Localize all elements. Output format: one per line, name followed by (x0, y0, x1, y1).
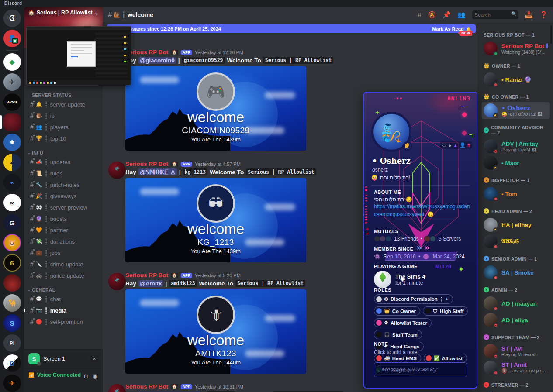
activity-bars-icon[interactable]: ılı (84, 373, 88, 379)
new-messages-bar[interactable]: New messages since 12:26 PM on April 25,… (107, 24, 476, 33)
presence-dnd-icon (493, 354, 498, 359)
note-placeholder[interactable]: Click to add a note (374, 349, 470, 355)
channel-server-updete[interactable]: # 🔔 ┋server-updete (28, 99, 99, 110)
member-row[interactable]: Serious RP Bot APP Watching [1438] (5/48… (482, 40, 550, 57)
channel-media[interactable]: # 📷 ┋media (28, 305, 99, 316)
user-mention[interactable]: @Amitk (138, 280, 163, 287)
author-name[interactable]: Serious RP Bot (125, 161, 168, 167)
server-serious-rp[interactable] (3, 113, 21, 131)
channel-players[interactable]: # 👥 ┋players (28, 121, 99, 133)
channel-boosts[interactable]: # 🔮 ┋boosts (28, 213, 99, 224)
role-emoji: ✅ (434, 355, 440, 361)
member-row[interactable]: • Ramzi 🔮 (482, 71, 550, 88)
role-pill[interactable]: ⚙ Discord Permission ⋮ + (374, 294, 453, 304)
channel-partner[interactable]: # 🧡 ┋partner (28, 224, 99, 236)
bot-tag-emoji: 🏠 (171, 384, 178, 389)
channel-crime-update[interactable]: # 🔪 ┋crime-update (28, 258, 99, 270)
server-infinity[interactable]: ∞ (3, 194, 21, 211)
channel-donations[interactable]: # 💸 ┋donations (28, 236, 99, 247)
server-desert-photo[interactable]: 🐪 (3, 294, 21, 312)
channel-patch-notes[interactable]: # 🔧 ┋patch-notes (28, 179, 99, 190)
author-name[interactable]: Serious RP Bot (125, 49, 168, 55)
category-general[interactable]: ⌄GENERAL (28, 287, 99, 292)
bot-avatar[interactable] (108, 273, 126, 290)
member-row[interactable]: • Maor (482, 155, 550, 171)
member-row[interactable]: • Tom (482, 186, 550, 202)
member-row[interactable]: AD | eliya (482, 312, 550, 328)
server-d-badge[interactable]: D (3, 354, 21, 372)
member-row[interactable]: 𝔄𝔩𝔐𝔬𝔊 (482, 233, 550, 250)
bot-avatar[interactable] (108, 384, 126, 392)
channel-emoji: 📣 (36, 159, 42, 165)
role-pill[interactable]: 👑 Co Owner (374, 306, 420, 316)
server-black-jet[interactable]: ✈ (3, 375, 21, 392)
member-row[interactable]: ST | Amit 🔞 ...יד שלנו זה לארגן את הפגיש… (482, 359, 550, 376)
channel-ip[interactable]: # 🐌 ┋ip (28, 110, 99, 121)
category-info[interactable]: ⌄INFO (28, 150, 99, 155)
channel-self-promtion[interactable]: # 🔴 ┋self-promtion (28, 316, 99, 327)
member-name: • Maor (501, 160, 519, 166)
welcome-image-card[interactable]: 🕶 welcome KG_1213 You Are The 1439th (125, 178, 306, 262)
member-avatar (484, 344, 498, 358)
about-link[interactable]: https://matias.ma/nsfw/:sussyamogusdance… (374, 203, 470, 218)
server-mazor[interactable]: MAZOR (3, 93, 21, 111)
role-pill[interactable]: 🎧 Staff Team (374, 330, 422, 339)
chevron-down-icon[interactable]: ⌄ (95, 10, 98, 15)
member-row[interactable]: ST | Avi Playing Minecraft (482, 343, 550, 359)
role-pill[interactable]: ⚙ Allowlist Tester (374, 318, 432, 327)
server-red-scene[interactable] (3, 274, 21, 292)
server-spade[interactable]: ♠ (3, 154, 21, 171)
server-trident[interactable]: ⚜ (3, 134, 21, 151)
channel-updates[interactable]: # 📣 ┋updates (28, 156, 99, 168)
member-row[interactable]: HA | elihay (482, 217, 550, 233)
channel-top-10[interactable]: # 🏆 ┋top-10 (28, 133, 99, 144)
channel-jobs[interactable]: # 💼 ┋jobs (28, 247, 99, 258)
members-icon[interactable]: 👥 (457, 11, 466, 19)
help-icon[interactable]: ❓ (539, 11, 548, 19)
timestamp: Yesterday at 10:31 PM (195, 384, 243, 389)
welcome-image-card[interactable]: 🗡 welcome AMITK123 You Are The 1440th (125, 289, 306, 374)
welcome-image-card[interactable]: 🎮 welcome GIACOMIN09529 You Are The 1439… (125, 66, 306, 151)
user-mention[interactable]: @giacomin0 (138, 57, 176, 64)
screen-share-preview-window[interactable] (26, 26, 131, 85)
mutuals-section[interactable]: MUTUALS 13 Friends • 5 Servers (374, 229, 470, 242)
channel-giveaways[interactable]: # 🎉 ┋giveaways (28, 190, 99, 202)
server-bluestacks[interactable]: ◆ (3, 53, 21, 71)
role-pill[interactable]: 🛡 High Staff (423, 306, 468, 316)
channel-police-update[interactable]: # 🚓 ┋police-update (28, 270, 99, 281)
member-row[interactable]: SA | Smoke (482, 264, 550, 281)
discord-home[interactable]: ᗧ (3, 10, 21, 27)
category-server-status[interactable]: ⌄SERVER STATUS (28, 93, 99, 98)
server-vr[interactable]: \R (3, 174, 21, 191)
member-row[interactable]: • Osherz 😜 בת סלוס וחסי! 🖽 (482, 102, 550, 119)
threads-icon[interactable]: ⌗ (418, 11, 421, 19)
inbox-icon[interactable]: 📥 (525, 11, 533, 19)
screen-close-button[interactable]: ✕ (90, 356, 98, 362)
members-scrollbar[interactable] (550, 25, 552, 44)
channel-chat[interactable]: # 💬 ┋chat (28, 293, 99, 305)
user-mention[interactable]: @𝕊𝕄𝕆𝕂𝔼 ♙ (138, 168, 177, 175)
channel-emoji: 📷 (36, 307, 42, 313)
server-g[interactable]: G (3, 214, 21, 231)
server-header[interactable]: 🏠 Serious | RP Allowlist ⌄ (24, 6, 103, 19)
rail-divider (6, 50, 18, 51)
channel-server-preview[interactable]: # 👀 ┋server-preview (28, 202, 99, 213)
profile-custom-status: 😜 בת סלוס וחס! (371, 175, 411, 181)
role-group-icon: ● (484, 127, 489, 133)
pin-icon[interactable]: 📌 (442, 11, 451, 19)
camera-icon[interactable]: ◉ (93, 373, 97, 379)
notifications-muted-icon[interactable]: 🔕 (428, 11, 436, 19)
author-name[interactable]: Serious RP Bot (125, 272, 168, 279)
member-row[interactable]: ADV | Amitay Playing FiveM 🖽 (482, 138, 550, 155)
server-gold-mascot[interactable]: 🐹 (3, 234, 21, 251)
channel-rules[interactable]: # 📜 ┋rules (28, 168, 99, 179)
server-glow-s[interactable]: S (3, 314, 21, 332)
member-row[interactable]: Chubby אוזמאקי נארוטו (482, 390, 550, 392)
server-six[interactable]: 6 (3, 254, 21, 272)
bot-avatar[interactable] (108, 162, 126, 179)
server-pi[interactable]: PI (3, 334, 21, 352)
profile-message-input[interactable]: Message @𝒪𝒮ℋℰℛ𝒵 (374, 362, 467, 377)
server-jet-photo[interactable]: ✈ (3, 73, 21, 91)
author-name[interactable]: Serious RP Bot (125, 383, 168, 390)
member-row[interactable]: AD | maayan (482, 295, 550, 312)
